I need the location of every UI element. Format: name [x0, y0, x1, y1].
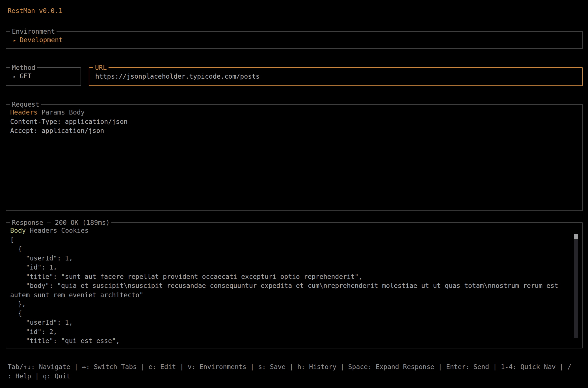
method-panel: Method ▸GET: [6, 67, 81, 86]
method-selected-value: GET: [20, 72, 31, 80]
url-panel: URL https://jsonplaceholder.typicode.com…: [89, 67, 583, 86]
response-scrollbar-thumb[interactable]: [574, 234, 578, 239]
request-headers-content: Content-Type: application/json Accept: a…: [10, 117, 571, 135]
request-tab-body[interactable]: Body: [69, 108, 85, 117]
response-body-content: [ { "userId": 1, "id": 1, "title": "sunt…: [10, 235, 571, 346]
response-tab-cookies[interactable]: Cookies: [61, 226, 88, 235]
response-tab-headers[interactable]: Headers: [30, 226, 57, 235]
response-scrollbar-track[interactable]: [574, 234, 578, 338]
environment-selected-value: Development: [20, 36, 62, 44]
response-panel: Response – 200 OK (189ms) Body Headers C…: [6, 222, 583, 348]
environment-panel-label: Environment: [10, 27, 57, 36]
method-selector[interactable]: ▸GET: [13, 72, 31, 81]
request-panel: Request Headers Params Body Content-Type…: [6, 104, 583, 211]
cursor-triangle-icon: ▸: [13, 72, 16, 81]
environment-selector[interactable]: ▸Development: [13, 35, 63, 45]
url-input[interactable]: https://jsonplaceholder.typicode.com/pos…: [95, 72, 260, 81]
help-bar-text: Tab/↑↓: Navigate | ↔: Switch Tabs | e: E…: [8, 362, 571, 381]
restman-app: { "app": { "title": "RestMan v0.0.1" }, …: [0, 0, 588, 388]
method-panel-label: Method: [10, 63, 37, 72]
request-tab-headers[interactable]: Headers: [10, 108, 38, 117]
response-tabs: Body Headers Cookies: [10, 226, 571, 235]
response-tab-body[interactable]: Body: [10, 226, 26, 235]
request-tabs: Headers Params Body: [10, 108, 571, 117]
cursor-triangle-icon: ▸: [13, 36, 16, 45]
environment-panel: Environment ▸Development: [6, 31, 583, 49]
app-title: RestMan v0.0.1: [8, 6, 62, 16]
url-panel-label: URL: [93, 63, 109, 72]
request-tab-params[interactable]: Params: [42, 108, 65, 117]
help-bar: Tab/↑↓: Navigate | ↔: Switch Tabs | e: E…: [8, 362, 571, 381]
